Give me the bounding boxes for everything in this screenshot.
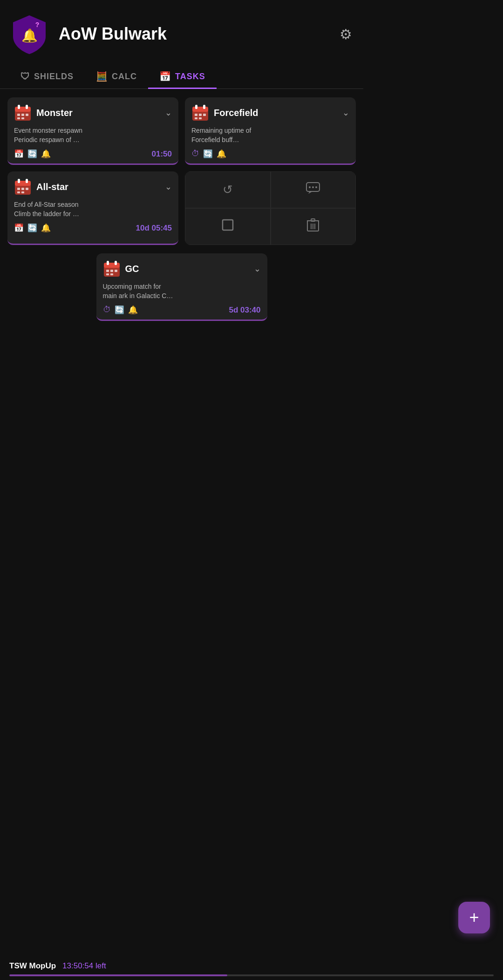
reset-button[interactable]: ↺ (185, 171, 271, 208)
tab-calc[interactable]: 🧮 CALC (85, 64, 148, 88)
svg-rect-10 (21, 117, 24, 119)
svg-rect-40 (104, 263, 120, 268)
shields-tab-icon: 🛡 (20, 71, 30, 82)
svg-rect-33 (223, 220, 233, 230)
svg-rect-8 (26, 114, 28, 116)
tasks-tab-label: TASKS (175, 72, 205, 82)
bell-icon: 🔔 (41, 149, 51, 159)
svg-rect-43 (106, 270, 109, 272)
svg-point-31 (312, 186, 314, 188)
repeat-icon: 🔄 (115, 305, 124, 315)
repeat-icon: 🔄 (203, 149, 213, 159)
svg-rect-23 (26, 179, 28, 183)
svg-text:?: ? (35, 21, 40, 28)
allstar-desc: End of All-Star seasonClimb the ladder f… (14, 200, 172, 218)
square-icon (222, 219, 234, 234)
monster-title: Monster (36, 108, 160, 118)
svg-text:🔔: 🔔 (21, 28, 38, 43)
allstar-calendar-icon (14, 178, 32, 196)
forcefield-desc: Remaining uptime ofForcefield buff… (191, 126, 349, 144)
app-title: AoW Bulwark (59, 24, 331, 44)
allstar-chevron: ⌄ (165, 182, 172, 192)
square-button[interactable] (185, 208, 271, 245)
comment-button[interactable] (271, 171, 356, 208)
calendar-icon: 📅 (14, 149, 24, 159)
app-header: 🔔 ? AoW Bulwark ⚙ (0, 0, 363, 64)
task-grid: Monster ⌄ Event monster respawnPeriodic … (0, 89, 363, 253)
bell-icon: 🔔 (128, 305, 138, 315)
svg-rect-42 (115, 261, 117, 265)
monster-chevron: ⌄ (165, 108, 172, 118)
svg-rect-17 (203, 114, 206, 116)
tab-shields[interactable]: 🛡 SHIELDS (9, 65, 85, 88)
svg-rect-24 (17, 188, 20, 190)
forcefield-calendar-icon (191, 104, 209, 122)
gc-chevron: ⌄ (254, 264, 261, 274)
svg-rect-44 (110, 270, 113, 272)
svg-rect-14 (203, 105, 205, 109)
svg-rect-46 (106, 273, 109, 275)
svg-rect-28 (21, 191, 24, 193)
calc-tab-icon: 🧮 (96, 71, 108, 82)
allstar-title: All-star (36, 182, 160, 192)
svg-rect-3 (15, 107, 31, 112)
monster-desc: Event monster respawnPeriodic respawn of… (14, 126, 172, 144)
tab-tasks[interactable]: 📅 TASKS (148, 64, 217, 88)
app-logo: 🔔 ? (8, 13, 50, 55)
svg-point-30 (309, 186, 311, 188)
timer-icon: ⏱ (191, 149, 199, 159)
gc-icons: ⏱ 🔄 🔔 (103, 305, 138, 315)
tasks-tab-icon: 📅 (159, 71, 171, 82)
forcefield-icons: ⏱ 🔄 🔔 (191, 149, 226, 159)
trash-icon (307, 218, 319, 235)
action-card: ↺ (185, 171, 356, 245)
task-card-allstar[interactable]: All-star ⌄ End of All-Star seasonClimb t… (7, 171, 178, 245)
allstar-icons: 📅 🔄 🔔 (14, 223, 51, 233)
svg-rect-26 (26, 188, 28, 190)
comment-icon (306, 182, 320, 197)
svg-rect-7 (21, 114, 24, 116)
calendar-icon: 📅 (14, 223, 24, 233)
tab-bar: 🛡 SHIELDS 🧮 CALC 📅 TASKS (0, 64, 363, 89)
forcefield-chevron: ⌄ (342, 108, 349, 118)
forcefield-title: Forcefield (214, 108, 338, 118)
svg-rect-47 (110, 273, 113, 275)
gc-time: 5d 03:40 (229, 306, 260, 315)
svg-rect-4 (18, 105, 20, 109)
svg-rect-25 (21, 188, 24, 190)
svg-rect-12 (192, 107, 208, 112)
timer-icon: ⏱ (103, 305, 111, 315)
monster-icons: 📅 🔄 🔔 (14, 149, 51, 159)
svg-rect-15 (195, 114, 197, 116)
svg-rect-45 (115, 270, 117, 272)
repeat-icon: 🔄 (27, 149, 37, 159)
monster-calendar-icon (14, 104, 32, 122)
gc-calendar-icon (103, 260, 121, 278)
task-card-gc[interactable]: GC ⌄ Upcoming match formain ark in Galac… (96, 253, 267, 321)
bell-icon: 🔔 (41, 223, 51, 233)
svg-rect-19 (199, 117, 202, 119)
shields-tab-label: SHIELDS (34, 72, 74, 82)
svg-rect-16 (199, 114, 202, 116)
svg-rect-35 (311, 219, 315, 221)
svg-rect-13 (195, 105, 197, 109)
task-card-monster[interactable]: Monster ⌄ Event monster respawnPeriodic … (7, 97, 178, 165)
svg-rect-21 (15, 181, 31, 186)
svg-rect-41 (107, 261, 109, 265)
reset-icon: ↺ (223, 183, 233, 197)
trash-button[interactable] (271, 208, 356, 245)
svg-rect-9 (17, 117, 20, 119)
allstar-time: 10d 05:45 (136, 224, 172, 233)
bell-icon: 🔔 (217, 149, 226, 159)
gc-desc: Upcoming match formain ark in Galactic C… (103, 282, 261, 300)
gc-title: GC (125, 264, 249, 274)
svg-rect-18 (195, 117, 197, 119)
svg-point-32 (315, 186, 317, 188)
task-card-forcefield[interactable]: Forcefield ⌄ Remaining uptime ofForcefie… (185, 97, 356, 165)
svg-rect-22 (18, 179, 20, 183)
settings-icon[interactable]: ⚙ (340, 26, 352, 42)
monster-time: 01:50 (152, 150, 172, 159)
repeat-icon: 🔄 (27, 223, 37, 233)
gc-row: GC ⌄ Upcoming match formain ark in Galac… (0, 253, 363, 329)
svg-rect-6 (17, 114, 20, 116)
